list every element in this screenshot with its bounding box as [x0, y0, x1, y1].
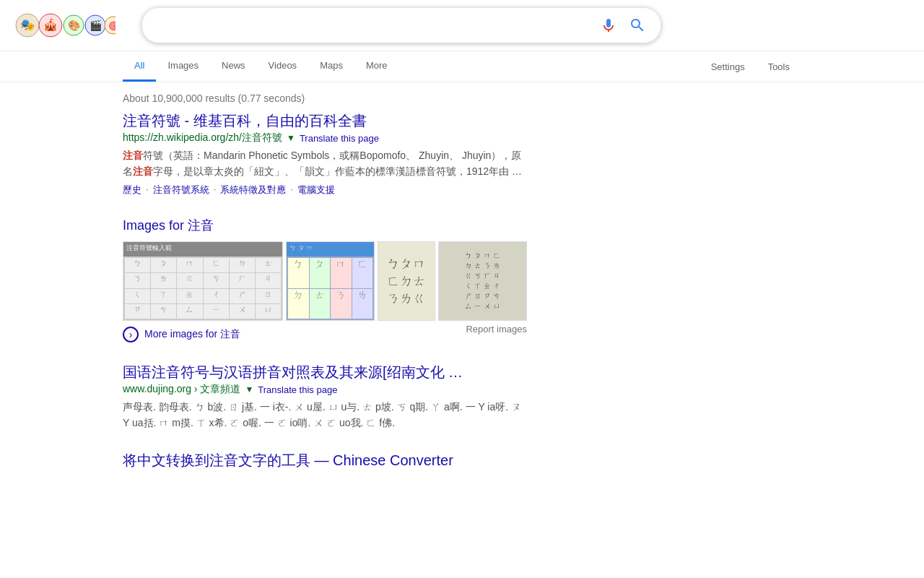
result-links-sep: · — [146, 184, 149, 197]
svg-text:🎪: 🎪 — [43, 18, 58, 32]
images-grid: 注音符號輸入範 ㄅ ㄆ ㄇ ㄈ ㄉ ㄊ ㄋ ㄌ ㄍ ㄎ ㄏ ㄐ ㄑ — [123, 241, 527, 321]
result-title: 将中文转换到注音文字的工具 — Chinese Converter — [123, 451, 527, 470]
result-title: 国语注音符号与汉语拼音对照表及其来源[绍南文化 … — [123, 363, 527, 381]
result-sub-link[interactable]: 電腦支援 — [297, 184, 335, 197]
result-item: 注音符號 - 维基百科，自由的百科全書 https://zh.wikipedia… — [123, 111, 527, 197]
report-images-link[interactable]: Report images — [466, 324, 527, 335]
result-links: 歷史 · 注音符號系統 · 系統特徵及對應 · 電腦支援 — [123, 184, 527, 197]
result-item: 将中文转换到注音文字的工具 — Chinese Converter — [123, 451, 527, 470]
image-thumbnail[interactable]: ㄅㄆㄇㄈㄉㄊㄋㄌㄍ — [378, 241, 435, 321]
translate-link[interactable]: Translate this page — [258, 384, 337, 395]
result-title-link[interactable]: 国语注音符号与汉语拼音对照表及其来源[绍南文化 … — [123, 364, 463, 380]
result-links-sep: · — [214, 184, 217, 197]
image-thumbnail[interactable]: ㄅ ㄆ ㄇ ㄈㄉ ㄊ ㄋ ㄌㄍ ㄎ ㄏ ㄐㄑ ㄒ ㄓ ㄔㄕ ㄖ ㄗ ㄘㄙ ㄧ ㄨ… — [438, 241, 527, 321]
tab-news[interactable]: News — [210, 51, 257, 82]
arrow-right-icon: › — [123, 327, 139, 342]
result-item: 国语注音符号与汉语拼音对照表及其来源[绍南文化 … www.dujing.org… — [123, 363, 527, 431]
result-snippet: 声母表. 韵母表. ㄅ b波. ㄖ j基. 一 i衣-. ㄨ u屋. ㄩ u与.… — [123, 399, 527, 431]
translate-arrow: ▼ — [287, 133, 295, 143]
more-images-link[interactable]: › More images for 注音 — [123, 327, 240, 342]
result-snippet: 注音符號（英語：Mandarin Phonetic Symbols，或稱Bopo… — [123, 147, 527, 179]
logo-decorative: 🎭 🎪 🎨 🎬 🎯 — [14, 7, 116, 43]
image-thumbnail[interactable]: ㄅ ㄆ ㄇ ㄅ ㄆ ㄇ ㄈ ㄉ ㄊ ㄋ ㄌ — [286, 241, 375, 321]
tab-all[interactable]: All — [123, 51, 156, 82]
result-url-line: https://zh.wikipedia.org/zh/注音符號 ▼ Trans… — [123, 131, 527, 144]
svg-text:🎭: 🎭 — [20, 18, 35, 32]
results-area: About 10,900,000 results (0.77 seconds) … — [0, 82, 650, 470]
results-stats: About 10,900,000 results (0.77 seconds) — [123, 82, 527, 111]
settings-link[interactable]: Settings — [699, 53, 757, 81]
footer — [0, 490, 924, 519]
tab-videos[interactable]: Videos — [257, 51, 309, 82]
more-images-label: More images for 注音 — [144, 328, 240, 341]
tab-maps[interactable]: Maps — [308, 51, 354, 82]
result-sub-link[interactable]: 系統特徵及對應 — [220, 184, 286, 197]
result-sub-link[interactable]: 歷史 — [123, 184, 141, 197]
tab-images[interactable]: Images — [156, 51, 210, 82]
result-url: www.dujing.org › 文章頻道 — [123, 383, 240, 396]
translate-link[interactable]: Translate this page — [300, 133, 379, 144]
result-url-line: www.dujing.org › 文章頻道 ▼ Translate this p… — [123, 383, 527, 396]
svg-text:🎬: 🎬 — [90, 20, 103, 32]
nav-tabs: All Images News Videos Maps More Setting… — [0, 51, 924, 82]
search-bar[interactable]: 注音 — [141, 7, 661, 43]
result-title-link[interactable]: 注音符號 - 维基百科，自由的百科全書 — [123, 113, 367, 129]
svg-text:🎯: 🎯 — [108, 20, 116, 31]
result-title: 注音符號 - 维基百科，自由的百科全書 — [123, 111, 527, 130]
images-section: Images for 注音 注音符號輸入範 ㄅ ㄆ ㄇ ㄈ ㄉ ㄊ ㄋ ㄌ — [123, 217, 527, 345]
result-links-sep: · — [290, 184, 293, 197]
svg-text:🎨: 🎨 — [68, 20, 81, 32]
search-input[interactable]: 注音 — [154, 18, 591, 33]
image-thumbnail[interactable]: 注音符號輸入範 ㄅ ㄆ ㄇ ㄈ ㄉ ㄊ ㄋ ㄌ ㄍ ㄎ ㄏ ㄐ ㄑ — [123, 241, 283, 321]
result-url: https://zh.wikipedia.org/zh/注音符號 — [123, 131, 282, 144]
tools-link[interactable]: Tools — [757, 53, 801, 81]
result-title-link[interactable]: 将中文转换到注音文字的工具 — Chinese Converter — [123, 452, 453, 468]
images-section-header[interactable]: Images for 注音 — [123, 217, 527, 234]
header: 🎭 🎪 🎨 🎬 🎯 注音 — [0, 0, 924, 51]
logo-area: 🎭 🎪 🎨 🎬 🎯 — [14, 7, 130, 43]
tab-more[interactable]: More — [354, 51, 399, 82]
voice-search-button[interactable] — [597, 14, 620, 37]
search-button[interactable] — [626, 14, 649, 37]
translate-arrow: ▼ — [245, 384, 253, 394]
result-sub-link[interactable]: 注音符號系統 — [153, 184, 209, 197]
